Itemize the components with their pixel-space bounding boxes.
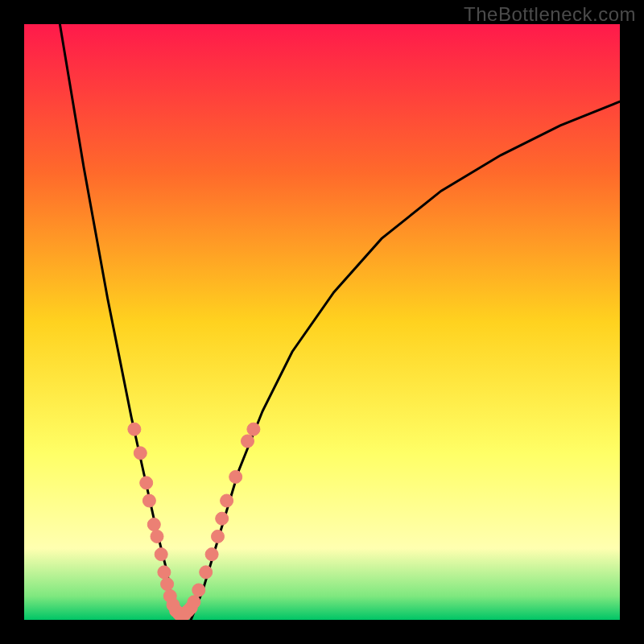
watermark-text: TheBottleneck.com — [464, 3, 636, 26]
chart-svg — [24, 24, 620, 620]
data-point — [192, 584, 205, 597]
data-point — [212, 530, 225, 543]
data-point — [151, 530, 163, 543]
data-point — [155, 548, 167, 561]
data-point — [188, 596, 200, 609]
data-point — [216, 512, 229, 525]
data-point — [247, 423, 260, 436]
data-point — [205, 548, 218, 561]
data-point — [161, 578, 174, 591]
data-point — [158, 566, 171, 579]
chart-container: TheBottleneck.com — [0, 0, 644, 644]
data-point — [142, 494, 155, 507]
data-point — [242, 435, 254, 448]
data-point — [221, 494, 233, 507]
data-point — [134, 447, 147, 460]
data-point — [140, 477, 153, 489]
data-point — [229, 470, 242, 483]
data-point — [147, 518, 160, 531]
data-point — [200, 566, 213, 579]
data-point — [128, 423, 141, 436]
